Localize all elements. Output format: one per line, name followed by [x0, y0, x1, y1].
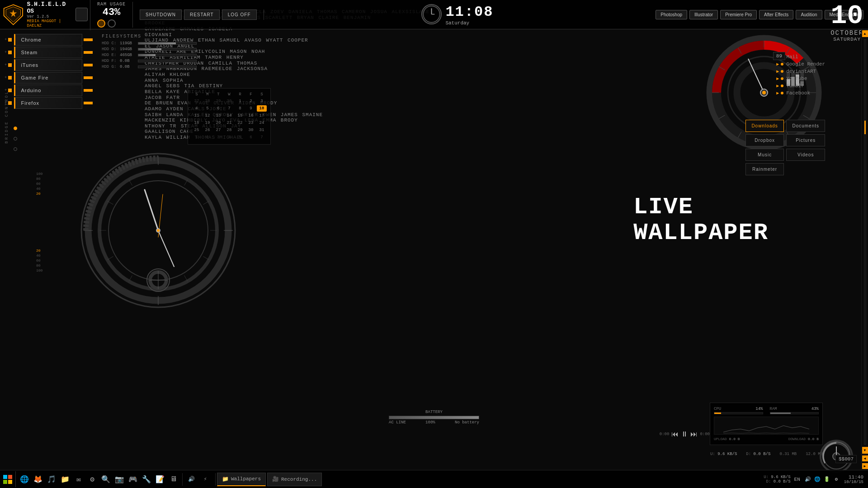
taskbar-app-icon-extra-1[interactable]: 🔊 [185, 473, 198, 486]
expand-icon: + [5, 101, 7, 105]
ql-dot-icon [781, 77, 783, 80]
sidebar-app-chrome: + Chrome [5, 34, 93, 46]
start-button[interactable] [0, 471, 16, 487]
ql-dot-icon [781, 84, 783, 87]
os-version: Ver 1.2.5 [27, 14, 73, 19]
scroll-down-button[interactable]: ▼ [862, 447, 868, 454]
cal-day-8: 8 [235, 105, 245, 112]
ram-circle-2[interactable] [108, 19, 116, 28]
tray-icon-2[interactable]: 🌐 [813, 475, 821, 483]
taskbar-icon-3[interactable]: 🎵 [45, 473, 58, 486]
app-bullet-firefox [8, 101, 12, 105]
restart-button[interactable]: RESTART [184, 9, 220, 20]
app-button-arduino[interactable]: Arduino [14, 84, 82, 96]
cal-day-19: 19 [203, 120, 212, 126]
svg-point-50 [762, 91, 766, 94]
cal-day-10[interactable]: 10 [257, 105, 267, 112]
taskbar: 🌐 🦊 🎵 📁 ✉ ⚙ 🔍 📷 🎮 🔧 📝 🖥 🔊 ⚡ 📁 Wallpapers… [0, 470, 868, 488]
cal-header-T: T [213, 92, 223, 97]
folder-btn-music[interactable]: Music [745, 149, 784, 161]
folder-btn-downloads[interactable]: Downloads [745, 120, 784, 132]
sidebar-dot-3[interactable] [14, 147, 17, 151]
app-bullet-itunes [8, 63, 12, 67]
media-prev-button[interactable]: ⏮ [671, 430, 679, 438]
calendar-header: SMTWRFS [192, 92, 267, 97]
folder-btn-documents[interactable]: Documents [786, 120, 825, 132]
taskbar-right-area: U: 9.6 KB/S D: 0.0 B/S EN 🔊 🌐 🔋 ⚙ 11:40 … [759, 474, 868, 484]
fs-row-hddf:: HDD F: 0.0B [102, 59, 197, 63]
quick-link-tumblr[interactable]: ▶ Tumblr [776, 83, 825, 89]
ql-arrow-icon: ▶ [776, 83, 779, 89]
app-button-itunes[interactable]: iTunes [14, 59, 82, 71]
taskbar-icon-10[interactable]: 🔧 [140, 473, 153, 486]
taskbar-icon-1[interactable]: 🌐 [18, 473, 31, 486]
taskbar-icon-7[interactable]: 🔍 [99, 473, 112, 486]
folder-btn-videos[interactable]: Videos [786, 149, 825, 161]
cpu-ram-stats: CPU 14% RAM 43% UPLOAD 0.0 B DOWNLOAD 0.… [710, 403, 823, 445]
cal-day-31: 31 [257, 127, 267, 133]
scroll-extra-2[interactable]: ▶ [862, 463, 868, 469]
tray-icon-3[interactable]: 🔋 [823, 475, 831, 483]
vu-meter-panel-lower: 20 40 60 80 100 [36, 249, 42, 273]
ql-dot-icon [781, 63, 783, 66]
taskbar-icon-6[interactable]: ⚙ [86, 473, 99, 486]
folder-btn-dropbox[interactable]: Dropbox [745, 134, 784, 146]
network-graph [714, 417, 819, 435]
cal-day-30: 30 [224, 98, 234, 104]
top-app-audition[interactable]: Audition [796, 10, 822, 19]
taskbar-app-wallpapers[interactable]: 📁 Wallpapers [217, 473, 266, 486]
cal-day-4: 4 [224, 134, 234, 141]
ram-circle-1[interactable] [97, 19, 105, 28]
os-user: MEDIA MAGGOT | DAELNZ [27, 19, 73, 28]
sidebar-app-itunes: + iTunes [5, 59, 93, 71]
scroll-track[interactable] [864, 39, 866, 445]
top-app-after-effects[interactable]: After Effects [759, 10, 793, 19]
app-button-steam[interactable]: Steam [14, 47, 82, 58]
top-app-photoshop[interactable]: Photoshop [656, 10, 687, 19]
taskbar-clock: 11:40 10/10/15 [844, 474, 863, 484]
quick-link-deviantart[interactable]: ▶ deviantART [776, 69, 825, 74]
app-indicator-firefox [84, 102, 93, 104]
app-button-chrome[interactable]: Chrome [14, 34, 82, 46]
taskbar-icon-4[interactable]: 📁 [59, 473, 71, 486]
taskbar-app-recording[interactable]: 🎥 Recording... [267, 473, 322, 486]
media-play-button[interactable]: ⏸ [681, 430, 688, 438]
folder-btn-pictures[interactable]: Pictures [786, 134, 825, 146]
top-app-premiere[interactable]: Premiere Pro [720, 10, 757, 19]
clock-day: Saturday [445, 20, 493, 26]
sidebar-dot-2[interactable] [14, 137, 17, 141]
quick-link-google-render[interactable]: ▶ Google Render [776, 61, 825, 67]
live-wallpaper-label: LIVE WALLPAPER [633, 194, 769, 246]
media-next-button[interactable]: ⏭ [690, 430, 698, 438]
cal-header-M: M [203, 92, 212, 97]
taskbar-icon-8[interactable]: 📷 [113, 473, 126, 486]
taskbar-icon-11[interactable]: 📝 [154, 473, 166, 486]
cal-header-R: R [235, 92, 245, 97]
right-scrollbar[interactable]: ▲ ▼ ◀ ▶ [861, 29, 868, 470]
top-app-illustrator[interactable]: Illustrator [689, 10, 718, 19]
scroll-extra-1[interactable]: ◀ [862, 455, 868, 461]
logoff-button[interactable]: LOG OFF [222, 9, 257, 20]
svg-rect-63 [3, 475, 7, 479]
taskbar-icon-12[interactable]: 🖥 [167, 473, 180, 486]
analog-clock-widget [77, 149, 240, 312]
filesystems-rows: HDD C: 119GB HDD D: 194GB HDD E: 465GB H… [102, 41, 197, 69]
app-bullet-chrome [8, 38, 12, 42]
quick-link-facebook[interactable]: ▶ Facebook [776, 90, 825, 96]
folder-btn-rainmeter[interactable]: Rainmeter [745, 163, 784, 175]
sidebar-dot-1[interactable] [14, 127, 17, 130]
app-button-game-fire[interactable]: Game Fire [14, 72, 82, 84]
taskbar-app-icon-extra-2[interactable]: ⚡ [199, 473, 212, 486]
tray-icon-1[interactable]: 🔊 [804, 475, 812, 483]
cal-day-14: 14 [224, 113, 234, 119]
app-button-firefox[interactable]: Firefox [14, 97, 82, 109]
scroll-up-button[interactable]: ▲ [862, 30, 868, 37]
taskbar-icon-9[interactable]: 🎮 [127, 473, 139, 486]
filesystems-panel: FILESYSTEMS HDD C: 119GB HDD D: 194GB HD… [99, 32, 199, 73]
expand-icon: + [5, 38, 7, 42]
quick-link-youtube[interactable]: ▶ YouTube [776, 76, 825, 81]
taskbar-icon-2[interactable]: 🦊 [32, 473, 44, 486]
shutdown-button[interactable]: SHUTDOWN [140, 9, 182, 20]
tray-icon-4[interactable]: ⚙ [832, 475, 840, 483]
taskbar-icon-5[interactable]: ✉ [72, 473, 85, 486]
